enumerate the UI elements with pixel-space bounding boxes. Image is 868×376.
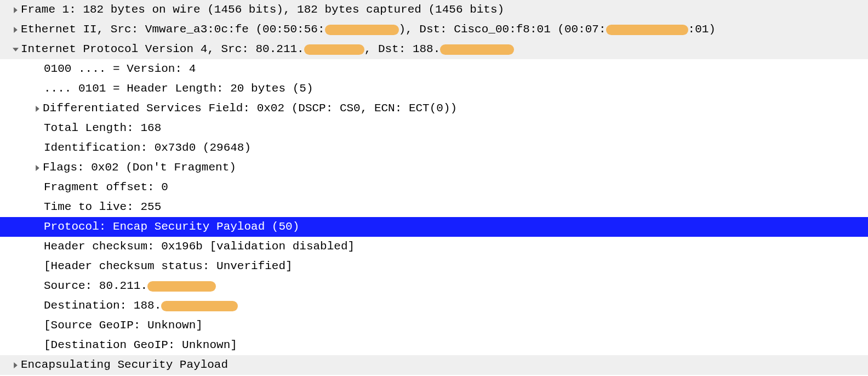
eth-text-post: :01) (688, 20, 716, 39)
eth-text-mid: ), Dst: Cisco_00:f8:01 (00:07: (399, 20, 606, 39)
redaction-mark (304, 44, 364, 55)
redaction-mark (325, 25, 399, 35)
tree-row-source-geoip[interactable]: [Source GeoIP: Unknown] (0, 316, 868, 335)
field-text: Flags: 0x02 (Don't Fragment) (43, 158, 236, 178)
field-text: Differentiated Services Field: 0x02 (DSC… (43, 99, 457, 118)
triangle-right-icon (32, 106, 43, 112)
tree-row-version[interactable]: 0100 .... = Version: 4 (0, 59, 868, 79)
field-text: Fragment offset: 0 (44, 178, 168, 197)
field-text: [Header checksum status: Unverified] (44, 257, 293, 276)
triangle-right-icon (10, 362, 21, 368)
tree-row-esp[interactable]: Encapsulating Security Payload (0, 355, 868, 375)
redaction-mark (440, 44, 514, 55)
triangle-right-icon (10, 27, 21, 33)
tree-row-destination-geoip[interactable]: [Destination GeoIP: Unknown] (0, 335, 868, 355)
esp-text: Encapsulating Security Payload (21, 355, 228, 375)
tree-row-fragment-offset[interactable]: Fragment offset: 0 (0, 178, 868, 197)
eth-text-pre: Ethernet II, Src: Vmware_a3:0c:fe (00:50… (21, 20, 325, 39)
tree-row-checksum-status[interactable]: [Header checksum status: Unverified] (0, 257, 868, 276)
tree-row-destination[interactable]: Destination: 188. (0, 296, 868, 316)
tree-row-header-length[interactable]: .... 0101 = Header Length: 20 bytes (5) (0, 79, 868, 99)
frame-summary-text: Frame 1: 182 bytes on wire (1456 bits), … (21, 0, 504, 20)
tree-row-dsf[interactable]: Differentiated Services Field: 0x02 (DSC… (0, 99, 868, 118)
field-text: Total Length: 168 (44, 118, 161, 138)
tree-row-ip[interactable]: Internet Protocol Version 4, Src: 80.211… (0, 39, 868, 59)
tree-row-checksum[interactable]: Header checksum: 0x196b [validation disa… (0, 237, 868, 257)
redaction-mark (147, 281, 216, 292)
field-text: [Source GeoIP: Unknown] (44, 316, 203, 335)
ip-text-pre: Internet Protocol Version 4, Src: 80.211… (21, 39, 304, 59)
tree-row-source[interactable]: Source: 80.211. (0, 276, 868, 296)
field-text: .... 0101 = Header Length: 20 bytes (5) (44, 79, 313, 99)
field-text: Identification: 0x73d0 (29648) (44, 138, 251, 158)
dst-text-pre: Destination: 188. (44, 296, 161, 316)
tree-row-ttl[interactable]: Time to live: 255 (0, 197, 868, 217)
redaction-mark (161, 301, 238, 311)
ip-text-mid: , Dst: 188. (364, 39, 441, 59)
triangle-right-icon (10, 7, 21, 13)
triangle-right-icon (32, 165, 43, 171)
tree-row-frame[interactable]: Frame 1: 182 bytes on wire (1456 bits), … (0, 0, 868, 20)
field-text: Time to live: 255 (44, 197, 161, 217)
tree-row-protocol[interactable]: Protocol: Encap Security Payload (50) (0, 217, 868, 237)
tree-row-total-length[interactable]: Total Length: 168 (0, 118, 868, 138)
field-text: Header checksum: 0x196b [validation disa… (44, 237, 355, 257)
redaction-mark (606, 25, 688, 35)
field-text: [Destination GeoIP: Unknown] (44, 335, 237, 355)
src-text-pre: Source: 80.211. (44, 276, 147, 296)
tree-row-flags[interactable]: Flags: 0x02 (Don't Fragment) (0, 158, 868, 178)
tree-row-ethernet[interactable]: Ethernet II, Src: Vmware_a3:0c:fe (00:50… (0, 20, 868, 39)
field-text: 0100 .... = Version: 4 (44, 59, 196, 79)
tree-row-identification[interactable]: Identification: 0x73d0 (29648) (0, 138, 868, 158)
field-text: Protocol: Encap Security Payload (50) (44, 217, 299, 237)
triangle-down-icon (10, 47, 21, 53)
